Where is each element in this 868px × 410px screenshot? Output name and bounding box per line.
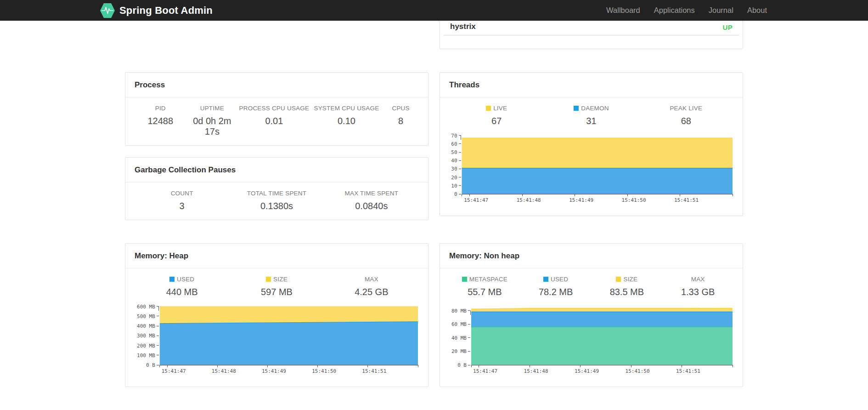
stat-gc-total-time: TOTAL TIME SPENT 0.1380s <box>229 190 324 211</box>
daemon-legend-swatch <box>574 106 579 111</box>
svg-text:15:41:50: 15:41:50 <box>626 368 650 374</box>
stat-threads-peak-live: PEAK LIVE 68 <box>639 105 733 126</box>
svg-text:80 MB: 80 MB <box>451 308 467 314</box>
memory-heap-panel-title: Memory: Heap <box>125 244 428 268</box>
svg-text:15:41:48: 15:41:48 <box>517 197 541 203</box>
stat-heap-size: SIZE 597 MB <box>229 276 324 297</box>
stat-threads-daemon: DAEMON 31 <box>544 105 638 126</box>
navbar-links: Wallboard Applications Journal About <box>599 0 768 21</box>
used-legend-swatch <box>543 277 548 282</box>
svg-text:15:41:47: 15:41:47 <box>162 368 186 374</box>
memory-heap-stats: USED 440 MB SIZE 597 MB MAX <box>135 276 419 297</box>
gc-panel: Garbage Collection Pauses COUNT 3 TOTAL … <box>125 157 428 220</box>
stat-label: CPUS <box>392 105 409 112</box>
stat-nonheap-used: USED 78.2 MB <box>520 276 592 297</box>
memory-heap-panel-body: USED 440 MB SIZE 597 MB MAX <box>125 268 428 387</box>
stat-label: UPTIME <box>200 105 224 112</box>
stat-process-cpu-usage: PROCESS CPU USAGE 0.01 <box>238 105 310 137</box>
memory-nonheap-panel-body: METASPACE 55.7 MB USED 78.2 MB <box>440 268 743 387</box>
stat-cpus: CPUS 8 <box>383 105 419 137</box>
nav-link-wallboard[interactable]: Wallboard <box>599 0 647 21</box>
stat-value: 0.0840s <box>324 201 419 211</box>
stat-value: 3 <box>135 201 229 211</box>
stat-value: 31 <box>544 116 638 126</box>
svg-text:15:41:48: 15:41:48 <box>212 368 236 374</box>
svg-text:400 MB: 400 MB <box>137 323 155 329</box>
nav-link-journal[interactable]: Journal <box>702 0 740 21</box>
svg-text:30: 30 <box>451 166 457 172</box>
stat-label: USED <box>177 276 194 283</box>
svg-text:50: 50 <box>451 149 457 155</box>
right-column-3: Memory: Non heap METASPACE 55.7 MB <box>440 243 743 387</box>
stat-gc-max-time: MAX TIME SPENT 0.0840s <box>324 190 419 211</box>
stat-value: 0.10 <box>310 116 383 126</box>
stat-label: PROCESS CPU USAGE <box>239 105 310 112</box>
stat-label: USED <box>551 276 568 283</box>
svg-text:40: 40 <box>451 158 457 164</box>
stat-value: 597 MB <box>229 287 324 297</box>
svg-text:600 MB: 600 MB <box>137 304 155 310</box>
right-column-2: Threads LIVE 67 <box>440 72 743 216</box>
stat-nonheap-metaspace: METASPACE 55.7 MB <box>449 276 520 297</box>
svg-text:15:41:49: 15:41:49 <box>575 368 599 374</box>
stat-label: PEAK LIVE <box>670 105 702 112</box>
stat-system-cpu-usage: SYSTEM CPU USAGE 0.10 <box>310 105 383 137</box>
stat-threads-live: LIVE 67 <box>449 105 544 126</box>
svg-text:60: 60 <box>451 141 457 147</box>
stat-value: 4.25 GB <box>324 287 419 297</box>
row-process-threads: Process PID 12488 UPTIME 0d 0h 2m 17s PR… <box>125 72 743 220</box>
stat-value: 1.33 GB <box>662 287 733 297</box>
nav-link-about[interactable]: About <box>740 0 768 21</box>
stat-value: 8 <box>383 116 419 126</box>
stat-pid: PID 12488 <box>135 105 186 137</box>
stat-label: MAX TIME SPENT <box>345 190 399 197</box>
stat-label: SYSTEM CPU USAGE <box>314 105 379 112</box>
stat-gc-count: COUNT 3 <box>135 190 229 211</box>
navbar-container: Spring Boot Admin Wallboard Applications… <box>100 0 768 21</box>
memory-nonheap-panel-title: Memory: Non heap <box>440 244 743 268</box>
brand-link[interactable]: Spring Boot Admin <box>100 2 213 19</box>
svg-text:15:41:47: 15:41:47 <box>473 368 497 374</box>
stat-label: MAX <box>691 276 705 283</box>
svg-text:20: 20 <box>451 175 457 181</box>
brand-title: Spring Boot Admin <box>119 5 213 17</box>
stat-value: 0.01 <box>238 116 310 126</box>
threads-panel: Threads LIVE 67 <box>440 72 743 216</box>
threads-stats: LIVE 67 DAEMON 31 PEAK LIVE <box>449 105 733 126</box>
stat-label: SIZE <box>273 276 287 283</box>
process-panel: Process PID 12488 UPTIME 0d 0h 2m 17s PR… <box>125 72 428 146</box>
svg-text:100 MB: 100 MB <box>137 353 155 359</box>
svg-text:200 MB: 200 MB <box>137 343 155 349</box>
svg-text:0: 0 <box>454 191 457 197</box>
stat-value: 0.1380s <box>229 201 324 211</box>
stat-value: 68 <box>639 116 733 126</box>
svg-text:300 MB: 300 MB <box>137 333 155 339</box>
stat-value: 0d 0h 2m 17s <box>186 116 238 137</box>
stat-label: DAEMON <box>581 105 609 112</box>
stat-uptime: UPTIME 0d 0h 2m 17s <box>186 105 238 137</box>
nav-link-applications[interactable]: Applications <box>647 0 702 21</box>
svg-text:15:41:50: 15:41:50 <box>312 368 336 374</box>
used-legend-swatch <box>169 277 175 282</box>
stat-value: 12488 <box>135 116 186 126</box>
metaspace-legend-swatch <box>462 277 467 282</box>
stat-label: METASPACE <box>469 276 507 283</box>
gc-stats: COUNT 3 TOTAL TIME SPENT 0.1380s MAX TIM… <box>135 190 419 211</box>
svg-text:15:41:51: 15:41:51 <box>674 197 699 203</box>
status-badge: UP <box>723 23 733 31</box>
gc-panel-body: COUNT 3 TOTAL TIME SPENT 0.1380s MAX TIM… <box>125 182 428 220</box>
size-legend-swatch <box>616 277 621 282</box>
navbar: Spring Boot Admin Wallboard Applications… <box>0 0 868 21</box>
left-column-2: Process PID 12488 UPTIME 0d 0h 2m 17s PR… <box>125 72 428 220</box>
stat-value: 67 <box>449 116 544 126</box>
svg-text:15:41:47: 15:41:47 <box>464 197 488 203</box>
process-stats: PID 12488 UPTIME 0d 0h 2m 17s PROCESS CP… <box>135 105 419 137</box>
memory-nonheap-panel: Memory: Non heap METASPACE 55.7 MB <box>440 243 743 387</box>
svg-text:40 MB: 40 MB <box>451 335 467 341</box>
threads-panel-title: Threads <box>440 73 743 97</box>
svg-text:15:41:49: 15:41:49 <box>262 368 286 374</box>
memory-heap-panel: Memory: Heap USED 440 MB <box>125 243 428 387</box>
stat-value: 83.5 MB <box>592 287 663 297</box>
stat-nonheap-size: SIZE 83.5 MB <box>592 276 663 297</box>
stat-value: 55.7 MB <box>449 287 520 297</box>
